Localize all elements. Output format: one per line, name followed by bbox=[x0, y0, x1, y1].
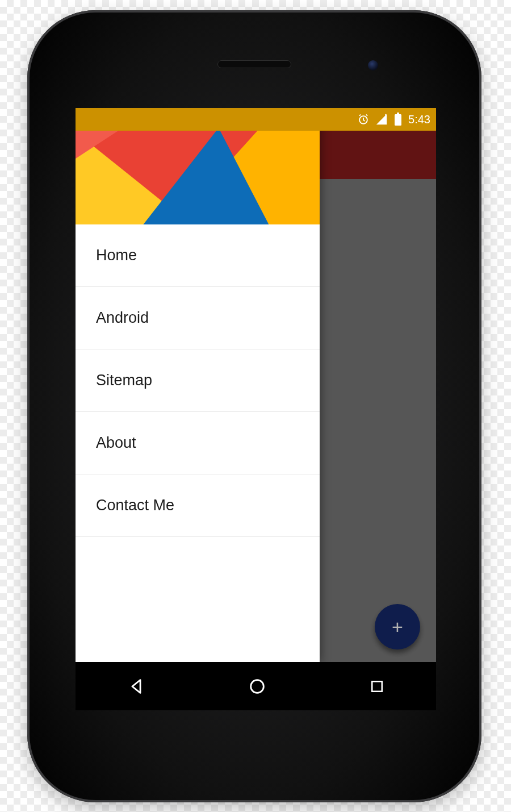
drawer-item-label: About bbox=[96, 434, 136, 452]
svg-rect-7 bbox=[372, 681, 382, 692]
drawer-item-label: Home bbox=[96, 247, 137, 264]
status-bar: 5:43 bbox=[76, 108, 436, 131]
drawer-item-android[interactable]: Android bbox=[76, 287, 320, 349]
device-speaker bbox=[217, 60, 291, 68]
fab-add[interactable]: + bbox=[375, 604, 420, 649]
battery-icon bbox=[393, 113, 403, 126]
drawer-item-contact[interactable]: Contact Me bbox=[76, 474, 320, 537]
nav-drawer: Home Android Sitemap About Contact Me bbox=[76, 108, 320, 662]
alarm-icon bbox=[357, 113, 370, 126]
system-nav-bar bbox=[76, 662, 436, 710]
svg-rect-5 bbox=[397, 113, 399, 114]
svg-rect-2 bbox=[385, 114, 386, 118]
signal-icon bbox=[375, 113, 388, 126]
drawer-item-sitemap[interactable]: Sitemap bbox=[76, 349, 320, 412]
device-camera bbox=[368, 60, 378, 70]
svg-rect-3 bbox=[385, 119, 386, 120]
recents-icon[interactable] bbox=[368, 678, 386, 695]
drawer-item-label: Contact Me bbox=[96, 497, 174, 514]
home-icon[interactable] bbox=[248, 677, 267, 696]
plus-icon: + bbox=[392, 617, 403, 636]
drawer-item-home[interactable]: Home bbox=[76, 224, 320, 287]
drawer-item-label: Android bbox=[96, 309, 149, 327]
status-clock: 5:43 bbox=[408, 113, 430, 126]
drawer-list: Home Android Sitemap About Contact Me bbox=[76, 224, 320, 662]
device-screen: 5:43 + Home Android Sitemap About Contac… bbox=[76, 108, 436, 710]
svg-rect-4 bbox=[395, 114, 401, 126]
back-icon[interactable] bbox=[127, 677, 146, 696]
drawer-item-label: Sitemap bbox=[96, 372, 152, 389]
drawer-item-about[interactable]: About bbox=[76, 412, 320, 474]
svg-point-6 bbox=[250, 680, 263, 693]
